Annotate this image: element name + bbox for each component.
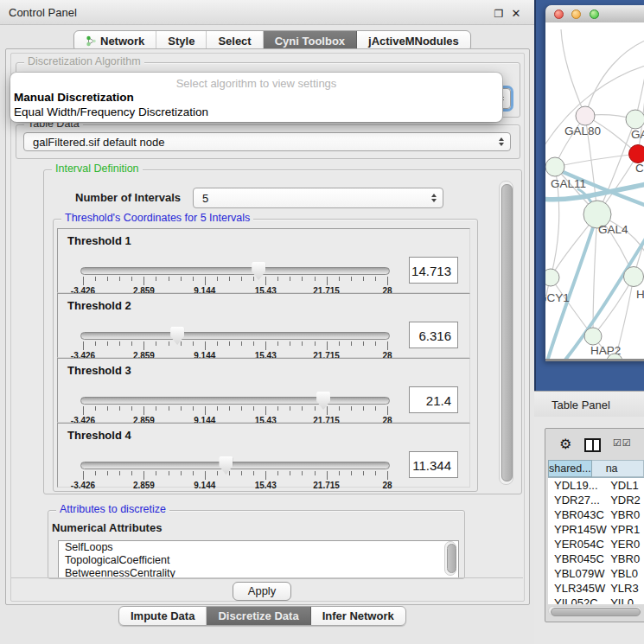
tick-mark bbox=[315, 406, 316, 411]
tick-mark bbox=[241, 406, 242, 411]
tab-discretize-data[interactable]: Discretize Data bbox=[207, 607, 310, 625]
slider-ticks bbox=[83, 277, 387, 286]
combo-arrows-icon bbox=[431, 194, 437, 202]
cell-name[interactable]: YPR1 bbox=[608, 522, 644, 537]
slider-track[interactable] bbox=[80, 397, 390, 405]
column-header-shared-name[interactable]: shared... bbox=[548, 460, 592, 477]
table-horizontal-scrollbar-thumb[interactable] bbox=[551, 608, 641, 616]
network-canvas[interactable]: GAL80GACGAL11GAL4GCY1HHAP2 bbox=[545, 22, 644, 359]
tick-mark bbox=[119, 406, 120, 411]
attribute-list-item[interactable]: SelfLoops bbox=[59, 541, 458, 554]
attribute-list-item[interactable]: TopologicalCoefficient bbox=[59, 554, 458, 567]
cell-shared-name[interactable]: YBR045C bbox=[548, 552, 608, 566]
cell-shared-name[interactable]: YBR043C bbox=[548, 507, 608, 522]
interval-scrollbar-thumb[interactable] bbox=[501, 184, 513, 481]
threshold-value-field[interactable]: 21.4 bbox=[409, 386, 458, 413]
numerical-attributes-list[interactable]: SelfLoopsTopologicalCoefficientBetweenne… bbox=[58, 540, 459, 578]
table-row[interactable]: YIL052CYIL0 bbox=[548, 596, 644, 604]
algorithm-option[interactable]: Manual Discretization bbox=[13, 91, 498, 105]
tick-mark bbox=[107, 341, 108, 346]
network-node[interactable] bbox=[624, 267, 644, 287]
number-of-intervals-select[interactable]: 5 bbox=[193, 188, 443, 208]
table-row[interactable]: YBL079WYBL0 bbox=[548, 566, 644, 581]
control-panel-titlebar: Control Panel ❐ ✕ bbox=[0, 0, 534, 25]
threshold-value-field[interactable]: 14.713 bbox=[409, 257, 458, 284]
slider-ticks bbox=[83, 471, 387, 481]
interval-scrollbar[interactable] bbox=[499, 181, 513, 485]
tick-mark bbox=[253, 406, 254, 411]
cell-shared-name[interactable]: YDL19... bbox=[548, 478, 608, 493]
tick-mark bbox=[387, 471, 388, 480]
cell-shared-name[interactable]: YPR145W bbox=[548, 522, 608, 537]
cell-name[interactable]: YDR2 bbox=[608, 493, 644, 507]
network-node[interactable] bbox=[584, 328, 602, 345]
network-edge bbox=[635, 47, 644, 119]
network-node[interactable] bbox=[629, 145, 644, 163]
network-node[interactable] bbox=[626, 110, 644, 129]
cell-name[interactable]: YBR0 bbox=[608, 507, 644, 522]
tick-mark bbox=[327, 341, 328, 350]
threshold-slider[interactable]: -3.4262.8599.14415.4321.71528 bbox=[80, 392, 390, 422]
threshold-slider[interactable]: -3.4262.8599.14415.4321.71528 bbox=[80, 327, 390, 357]
threshold-slider[interactable]: -3.4262.8599.14415.4321.71528 bbox=[80, 456, 390, 487]
zoom-traffic-light-icon[interactable] bbox=[590, 10, 599, 19]
minimize-traffic-light-icon[interactable] bbox=[571, 10, 581, 19]
close-traffic-light-icon[interactable] bbox=[554, 10, 564, 19]
algorithm-option[interactable]: Equal Width/Frequency Discretization bbox=[13, 105, 498, 120]
split-columns-icon[interactable] bbox=[584, 438, 601, 452]
button-bar-divider bbox=[11, 577, 523, 578]
table-row[interactable]: YPR145WYPR1 bbox=[548, 522, 644, 537]
tick-mark bbox=[351, 277, 352, 281]
cell-name[interactable]: YBR0 bbox=[608, 552, 644, 566]
tick-mark bbox=[302, 277, 303, 281]
threshold-slider[interactable]: -3.4262.8599.14415.4321.71528 bbox=[80, 262, 390, 292]
cell-name[interactable]: YBL0 bbox=[608, 566, 644, 581]
threshold-value-field[interactable]: 6.316 bbox=[409, 322, 458, 348]
column-header-name[interactable]: na bbox=[592, 460, 644, 477]
tick-mark bbox=[119, 277, 120, 281]
table-row[interactable]: YER054CYER0 bbox=[548, 537, 644, 552]
cell-name[interactable]: YDL1 bbox=[608, 478, 644, 493]
cell-name[interactable]: YLR3 bbox=[608, 581, 644, 596]
tick-mark bbox=[241, 277, 242, 281]
algorithm-popup-hint: Select algorithm to view settings bbox=[10, 77, 502, 90]
table-row[interactable]: YDR27...YDR2 bbox=[548, 493, 644, 507]
cell-shared-name[interactable]: YIL052C bbox=[548, 596, 608, 604]
tick-mark bbox=[205, 341, 206, 350]
cell-shared-name[interactable]: YDR27... bbox=[548, 493, 608, 507]
cell-name[interactable]: YER0 bbox=[608, 537, 644, 552]
table-data-select[interactable]: galFiltered.sif default node bbox=[23, 132, 511, 151]
network-node[interactable] bbox=[545, 157, 564, 176]
threshold-value-field[interactable]: 11.344 bbox=[409, 451, 458, 478]
tick-mark bbox=[290, 341, 290, 346]
close-icon[interactable]: ✕ bbox=[510, 8, 522, 20]
network-node[interactable] bbox=[545, 269, 559, 286]
table-horizontal-scrollbar[interactable] bbox=[548, 606, 641, 615]
attributes-scrollbar-thumb[interactable] bbox=[447, 544, 456, 573]
slider-track[interactable] bbox=[80, 332, 390, 340]
attributes-scrollbar[interactable] bbox=[444, 541, 456, 576]
tick-mark bbox=[327, 471, 328, 480]
tab-infer-network[interactable]: Infer Network bbox=[311, 607, 405, 625]
algorithm-group-title: Discretization Algorithm bbox=[24, 55, 144, 67]
cell-shared-name[interactable]: YLR345W bbox=[548, 581, 608, 596]
tick-mark bbox=[193, 277, 194, 281]
cell-shared-name[interactable]: YBL079W bbox=[548, 566, 608, 581]
tick-mark bbox=[253, 277, 254, 281]
network-node[interactable] bbox=[576, 106, 595, 125]
table-row[interactable]: YBR043CYBR0 bbox=[548, 507, 644, 522]
apply-button[interactable]: Apply bbox=[233, 582, 291, 601]
gear-icon[interactable]: ⚙ bbox=[559, 436, 571, 452]
slider-track[interactable] bbox=[80, 462, 390, 469]
table-row[interactable]: YDL19...YDL1 bbox=[548, 478, 644, 493]
tab-impute-data[interactable]: Impute Data bbox=[119, 607, 207, 625]
cell-name[interactable]: YIL0 bbox=[608, 596, 644, 604]
select-columns-icon[interactable]: ☑☑ bbox=[613, 437, 632, 449]
tick-mark bbox=[315, 341, 316, 346]
float-window-icon[interactable]: ❐ bbox=[493, 8, 505, 20]
tick-mark bbox=[339, 406, 340, 411]
slider-track[interactable] bbox=[80, 267, 390, 275]
cell-shared-name[interactable]: YER054C bbox=[548, 537, 608, 552]
table-row[interactable]: YBR045CYBR0 bbox=[548, 552, 644, 566]
table-row[interactable]: YLR345WYLR3 bbox=[548, 581, 644, 596]
